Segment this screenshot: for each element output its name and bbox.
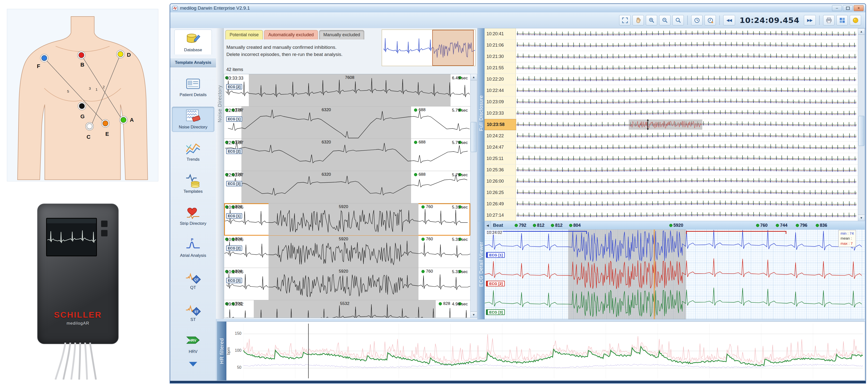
forward-button[interactable]: ▶▶ <box>804 15 816 25</box>
noise-strip-row[interactable]: 10:24:06ECG [2]80459207605.31 sec <box>224 236 470 268</box>
fd-time-label[interactable]: 10:23:09 <box>485 96 516 107</box>
sidebar-item-templates[interactable]: Templates <box>172 171 214 196</box>
full-disclosure-row[interactable]: 10:26:25 <box>485 187 858 198</box>
full-disclosure-row[interactable]: 10:20:41 <box>485 28 858 40</box>
time-range-button[interactable] <box>705 15 716 25</box>
window-title: medilog Darwin Enterprise V2.9.1 <box>180 5 250 11</box>
fd-time-label[interactable]: 10:21:06 <box>485 40 516 51</box>
sidebar-item-qt[interactable]: QTQT <box>172 267 214 292</box>
noise-strip-row[interactable]: 10:24:06ECG [3]80459207605.31 sec <box>224 268 470 300</box>
full-disclosure-row[interactable]: 10:25:11 <box>485 153 858 164</box>
fd-time-label[interactable]: 10:21:55 <box>485 62 516 73</box>
fd-time-label[interactable]: 10:25:11 <box>485 153 516 164</box>
zoom-in-button[interactable] <box>646 15 657 25</box>
maximize-button[interactable] <box>843 5 853 11</box>
sidebar-item-atrial-analysis[interactable]: PAtrial Analysis <box>172 235 214 260</box>
tab-automatically-excluded[interactable]: Automatically excluded <box>264 30 318 39</box>
titlebar[interactable]: medilog Darwin Enterprise V2.9.1 – × <box>170 4 866 12</box>
scroll-up-icon[interactable]: ▲ <box>470 74 477 81</box>
fd-time-label[interactable]: 10:26:25 <box>485 187 516 198</box>
noise-strip-row[interactable]: 22:03:07ECG [1]73663206885.79 sec <box>224 106 470 139</box>
noise-strip-row[interactable]: 03:33:33ECG [2]76086.49 sec <box>224 74 470 106</box>
scroll-down-icon[interactable]: ▼ <box>858 215 865 221</box>
noise-list-scrollbar[interactable]: ▲ ▼ <box>470 74 477 318</box>
help-button[interactable] <box>850 15 861 25</box>
sidebar-scroll-down-icon[interactable] <box>188 361 198 367</box>
fd-time-label[interactable]: 10:22:20 <box>485 74 516 85</box>
print-button[interactable] <box>823 15 834 25</box>
full-disclosure-row[interactable]: 10:22:20 <box>485 74 858 85</box>
strip-duration: 6.49 sec <box>452 76 468 81</box>
fd-time-label[interactable]: 10:23:58 <box>485 119 516 130</box>
sidebar-item-st[interactable]: STST <box>172 299 214 324</box>
fd-time-label[interactable]: 10:24:22 <box>485 130 516 141</box>
fd-time-label[interactable]: 10:21:30 <box>485 51 516 62</box>
ecg-detail-viewer-panel: ECG Detail Viewer ◀ Beat 792812812804592… <box>477 221 865 319</box>
full-disclosure-row[interactable]: 10:21:06 <box>485 40 858 51</box>
full-disclosure-row[interactable]: 10:26:00 <box>485 176 858 187</box>
full-disclosure-row[interactable]: 10:24:22 <box>485 130 858 142</box>
app-window: medilog Darwin Enterprise V2.9.1 – × ◀◀ … <box>169 3 866 384</box>
full-disclosure-row[interactable]: 10:22:44 <box>485 85 858 96</box>
rewind-button[interactable]: ◀◀ <box>723 15 735 25</box>
sidebar-item-database[interactable]: Database <box>174 30 212 55</box>
noise-strip-row[interactable]: 09:53:5270455328284.96 sec <box>224 300 470 318</box>
noise-episode-preview[interactable] <box>382 30 475 66</box>
sidebar-item-hrv[interactable]: HRVHRV <box>172 331 214 356</box>
tab-manually-excluded[interactable]: Manually excluded <box>319 30 364 39</box>
noise-strip-row[interactable]: 22:03:07ECG [2]73663206885.79 sec <box>224 139 470 171</box>
noise-strip-row[interactable]: 10:24:06ECG [1]80459207605.31 sec <box>224 203 470 236</box>
full-disclosure-row[interactable]: 10:23:33 <box>485 108 858 119</box>
hr-trend-chart[interactable]: bpm 15010050 <box>226 322 865 380</box>
full-disclosure-scrollbar[interactable]: ▲ ▼ <box>858 28 865 221</box>
noise-info-text: Manually created and manually confirmed … <box>226 44 374 58</box>
database-icon <box>185 31 201 46</box>
scroll-track[interactable] <box>470 81 477 312</box>
sidebar-item-trends[interactable]: Trends <box>172 139 214 164</box>
scroll-up-icon[interactable]: ▲ <box>858 29 865 35</box>
collapse-left-icon[interactable]: ◀ <box>485 221 491 229</box>
fd-time-label[interactable]: 10:23:33 <box>485 108 516 119</box>
scroll-thumb[interactable] <box>471 122 477 152</box>
full-disclosure-row[interactable]: 10:27:14 <box>485 210 858 221</box>
zoom-out-button[interactable] <box>659 15 671 25</box>
sidebar-item-strip-directory[interactable]: Strip Directory <box>172 203 214 228</box>
zoom-reset-button[interactable] <box>673 15 684 25</box>
playback-cursor[interactable] <box>654 229 655 319</box>
detail-waveforms <box>485 229 865 319</box>
fd-cursor[interactable] <box>646 119 650 130</box>
scroll-down-icon[interactable]: ▼ <box>470 312 477 318</box>
fd-time-label[interactable]: 10:22:44 <box>485 85 516 96</box>
fd-time-label[interactable]: 10:20:41 <box>485 28 516 39</box>
fit-view-button[interactable] <box>619 15 630 25</box>
ecg-detail-area[interactable]: 10:24:02 min : 74mean :max : 7 ECG [1]EC… <box>485 229 865 319</box>
fd-time-label[interactable]: 10:25:36 <box>485 164 516 175</box>
beat-value: 5920 <box>669 223 683 228</box>
full-disclosure-row[interactable]: 10:24:47 <box>485 142 858 153</box>
sidebar-item-patient-details[interactable]: Patient Details <box>172 75 214 99</box>
scroll-thumb[interactable] <box>858 116 864 146</box>
full-disclosure-row[interactable]: 10:23:58 <box>485 119 858 130</box>
minimize-button[interactable]: – <box>832 5 842 11</box>
fd-time-label[interactable]: 10:27:14 <box>485 210 516 221</box>
tab-potential-noise[interactable]: Potential noise <box>225 30 263 39</box>
full-disclosure-row[interactable]: 10:23:09 <box>485 96 858 108</box>
pan-button[interactable] <box>632 15 644 25</box>
sidebar-item-noise-directory[interactable]: Noise Directory <box>172 107 214 132</box>
noise-panel-vertical-label: Noise Directory <box>216 28 224 319</box>
fd-time-label[interactable]: 10:24:47 <box>485 142 516 153</box>
full-disclosure-row[interactable]: 10:26:49 <box>485 198 858 210</box>
full-disclosure-row[interactable]: 10:21:55 <box>485 62 858 74</box>
layout-button[interactable] <box>836 15 848 25</box>
fd-trace <box>516 130 858 141</box>
noise-strip-row[interactable]: 22:03:07ECG [3]73663206885.79 sec <box>224 171 470 203</box>
full-disclosure-row[interactable]: 10:25:36 <box>485 164 858 176</box>
sidebar-header-template-analysis[interactable]: Template Analysis <box>170 58 216 67</box>
full-disclosure-row[interactable]: 10:21:30 <box>485 51 858 62</box>
close-button[interactable]: × <box>854 5 864 11</box>
fd-time-label[interactable]: 10:26:00 <box>485 176 516 187</box>
episode-duration-ms: 5920 <box>339 204 348 209</box>
fd-time-label[interactable]: 10:26:49 <box>485 198 516 210</box>
scroll-track[interactable] <box>858 35 865 215</box>
clock-button[interactable] <box>691 15 703 25</box>
